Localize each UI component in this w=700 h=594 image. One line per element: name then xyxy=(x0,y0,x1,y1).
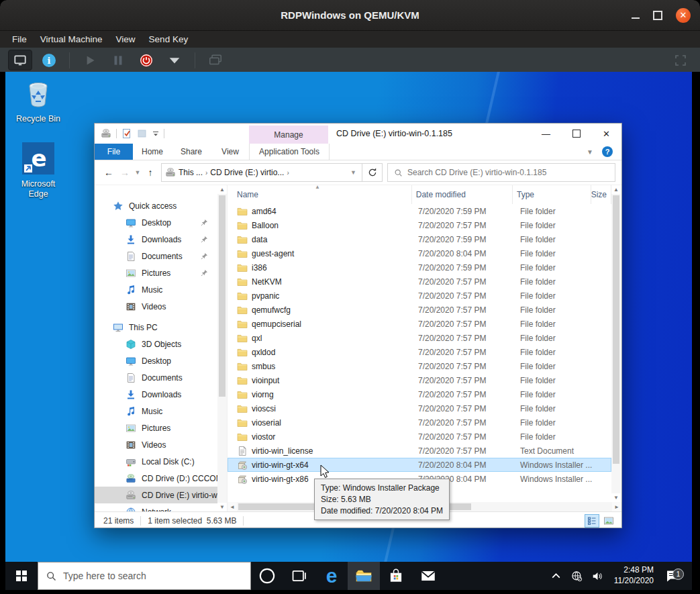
file-row-viostor[interactable]: viostor7/20/2020 7:57 PMFile folder xyxy=(228,430,611,444)
taskbar-cortana-button[interactable] xyxy=(251,562,283,590)
sidebar-item-local-disk-c-[interactable]: Local Disk (C:) xyxy=(95,453,217,470)
file-list-vertical-scrollbar[interactable]: ▲ ▼ xyxy=(611,185,621,502)
tray-speaker-button[interactable] xyxy=(587,571,608,582)
file-row-qxl[interactable]: qxl7/20/2020 7:57 PMFile folder xyxy=(228,331,611,345)
address-dropdown-chevron-icon[interactable]: ▼ xyxy=(350,169,358,176)
scroll-up-icon[interactable]: ▲ xyxy=(217,185,227,194)
thumbnails-view-button[interactable] xyxy=(601,514,616,528)
sidebar-item-documents[interactable]: Documents xyxy=(95,369,217,386)
forward-icon[interactable]: → xyxy=(117,167,133,178)
maximize-icon[interactable] xyxy=(653,11,662,20)
file-row-amd64[interactable]: amd647/20/2020 7:59 PMFile folder xyxy=(228,204,611,218)
sidebar-item-downloads[interactable]: Downloads xyxy=(95,386,217,403)
breadcrumb[interactable]: This ...›CD Drive (E:) virtio...› xyxy=(179,168,289,177)
scroll-down-icon[interactable]: ▼ xyxy=(217,503,227,511)
file-row-pvpanic[interactable]: pvpanic7/20/2020 7:57 PMFile folder xyxy=(228,289,611,303)
help-icon[interactable]: ? xyxy=(602,146,613,157)
file-row-qxldod[interactable]: qxldod7/20/2020 7:57 PMFile folder xyxy=(228,345,611,359)
sidebar-item-3d-objects[interactable]: 3D Objects xyxy=(95,336,217,352)
refresh-button[interactable] xyxy=(362,163,383,182)
sidebar-item-cd-drive-d-cccoma-[interactable]: CD Drive (D:) CCCOMA_ xyxy=(95,470,217,487)
explorer-maximize-icon[interactable] xyxy=(561,123,591,144)
play-button[interactable] xyxy=(79,50,101,70)
sidebar-section-quick-access[interactable]: Quick access xyxy=(95,197,217,214)
taskbar-edge-button[interactable]: e xyxy=(315,562,348,590)
file-row-i386[interactable]: i3867/20/2020 7:59 PMFile folder xyxy=(228,260,611,275)
vm-menu-view[interactable]: View xyxy=(109,34,142,44)
info-button[interactable]: i xyxy=(38,50,60,70)
caret-down-button[interactable] xyxy=(163,50,186,70)
action-center-button[interactable]: 1 xyxy=(660,569,688,583)
sidebar-item-music[interactable]: Music xyxy=(95,403,217,419)
sidebar-scrollbar[interactable]: ▲ ▼ xyxy=(217,185,227,511)
tab-application-tools[interactable]: Application Tools xyxy=(249,144,330,160)
breadcrumb-segment[interactable]: This ... xyxy=(179,168,203,177)
taskbar-clock[interactable]: 2:48 PM 11/20/2020 xyxy=(608,565,660,586)
file-row-vioserial[interactable]: vioserial7/20/2020 7:57 PMFile folder xyxy=(228,415,611,430)
file-row-smbus[interactable]: smbus7/20/2020 7:57 PMFile folder xyxy=(228,359,611,373)
details-view-button[interactable] xyxy=(585,514,599,528)
column-header-type[interactable]: Type xyxy=(513,185,591,204)
power-button[interactable] xyxy=(135,50,158,70)
sidebar-item-pictures[interactable]: Pictures xyxy=(95,419,217,436)
file-row-vioscsi[interactable]: vioscsi7/20/2020 7:57 PMFile folder xyxy=(228,401,611,415)
taskbar-mail-button[interactable] xyxy=(412,562,444,590)
recent-locations-chevron-icon[interactable]: ▼ xyxy=(133,169,142,176)
sidebar-item-downloads[interactable]: Downloads xyxy=(95,231,217,248)
sidebar-item-videos[interactable]: Videos xyxy=(95,298,217,315)
start-button[interactable] xyxy=(5,562,38,590)
sidebar-item-videos[interactable]: Videos xyxy=(95,436,217,453)
taskbar-store-button[interactable] xyxy=(380,562,412,590)
new-folder-icon[interactable] xyxy=(137,128,148,139)
pause-button[interactable] xyxy=(107,50,130,70)
file-row-virtio-win-gt-x64[interactable]: virtio-win-gt-x647/20/2020 8:04 PMWindow… xyxy=(228,458,611,472)
file-row-virtio-win-license[interactable]: virtio-win_license7/20/2020 7:57 PMText … xyxy=(228,444,611,458)
sidebar-section-this-pc[interactable]: This PC xyxy=(95,319,217,336)
explorer-minimize-icon[interactable]: — xyxy=(531,123,561,144)
file-row-qemupciserial[interactable]: qemupciserial7/20/2020 7:57 PMFile folde… xyxy=(228,317,611,331)
scroll-up-icon[interactable]: ▲ xyxy=(611,185,621,194)
ribbon-collapse-chevron-icon[interactable]: ▼ xyxy=(587,148,593,156)
file-row-guest-agent[interactable]: guest-agent7/20/2020 8:04 PMFile folder xyxy=(228,246,611,260)
file-row-netkvm[interactable]: NetKVM7/20/2020 7:57 PMFile folder xyxy=(228,275,611,289)
sidebar-item-desktop[interactable]: Desktop xyxy=(95,352,217,369)
file-row-vioinput[interactable]: vioinput7/20/2020 7:57 PMFile folder xyxy=(228,373,611,387)
taskbar-explorer-button[interactable] xyxy=(348,562,380,590)
file-row-viorng[interactable]: viorng7/20/2020 7:57 PMFile folder xyxy=(228,387,611,401)
check-doc-icon[interactable] xyxy=(121,128,132,139)
sidebar-item-desktop[interactable]: Desktop xyxy=(95,214,217,231)
cd-drive-icon[interactable] xyxy=(101,128,111,139)
taskbar-search-input[interactable]: Type here to search xyxy=(38,562,251,590)
tray-globe-offline-button[interactable] xyxy=(566,571,587,582)
minimize-icon[interactable] xyxy=(632,17,640,19)
console-monitor-button[interactable] xyxy=(8,50,32,70)
fullscreen-button[interactable] xyxy=(669,50,692,70)
scroll-down-icon[interactable]: ▼ xyxy=(611,493,621,502)
file-row-balloon[interactable]: Balloon7/20/2020 7:57 PMFile folder xyxy=(228,218,611,232)
back-icon[interactable]: ← xyxy=(101,167,117,178)
vm-menu-send-key[interactable]: Send Key xyxy=(142,34,195,44)
tab-share[interactable]: Share xyxy=(172,144,211,160)
tab-home[interactable]: Home xyxy=(133,144,172,160)
sidebar-item-music[interactable]: Music xyxy=(95,281,217,298)
taskbar-taskview-button[interactable] xyxy=(283,562,315,590)
vm-menu-file[interactable]: File xyxy=(5,34,34,44)
vm-menu-virtual-machine[interactable]: Virtual Machine xyxy=(34,34,109,44)
file-row-data[interactable]: data7/20/2020 7:59 PMFile folder xyxy=(228,232,611,246)
sidebar-item-cd-drive-e-virtio-win-0[interactable]: CD Drive (E:) virtio-win-0 xyxy=(95,487,217,503)
breadcrumb-segment[interactable]: CD Drive (E:) virtio... xyxy=(210,168,284,177)
column-header-size[interactable]: Size xyxy=(591,185,611,204)
displays-button[interactable] xyxy=(204,50,227,70)
sidebar-item-documents[interactable]: Documents xyxy=(95,248,217,264)
tray-chevron-up-button[interactable] xyxy=(546,571,566,582)
file-row-qemufwcfg[interactable]: qemufwcfg7/20/2020 7:57 PMFile folder xyxy=(228,303,611,317)
tab-view[interactable]: View xyxy=(211,144,250,160)
address-bar[interactable]: This ...›CD Drive (E:) virtio...› ▼ xyxy=(161,163,362,182)
contextual-tab-manage[interactable]: Manage xyxy=(249,126,328,144)
search-input[interactable]: Search CD Drive (E:) virtio-win-0.1.185 xyxy=(387,163,615,182)
up-icon[interactable]: ↑ xyxy=(142,167,158,178)
column-header-date-modified[interactable]: Date modified xyxy=(412,185,513,204)
tab-file[interactable]: File xyxy=(95,144,133,160)
sidebar-item-pictures[interactable]: Pictures xyxy=(95,264,217,281)
close-icon[interactable]: ✕ xyxy=(676,8,691,23)
